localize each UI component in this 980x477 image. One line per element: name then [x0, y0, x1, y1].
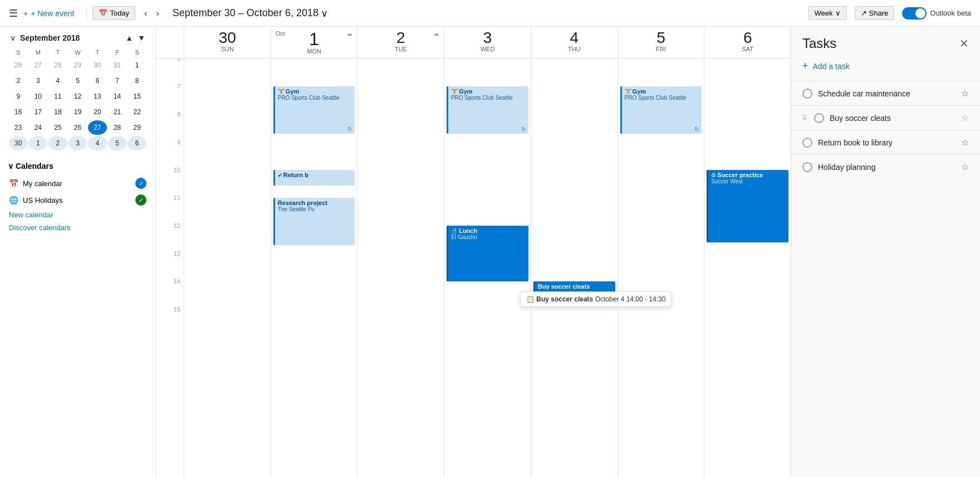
mini-cal-cell[interactable]: 23 [9, 120, 28, 135]
mini-cal-cell[interactable]: 27 [29, 58, 48, 72]
drag-handle-icon[interactable]: ⠿ [802, 114, 807, 122]
event-gym-mon[interactable]: 🏋Gym PRO Sports Club Seattle ↻ [273, 86, 355, 134]
mini-cal-cell[interactable]: 2 [48, 136, 67, 150]
beta-toggle[interactable] [902, 7, 927, 20]
cal-col-thu: Buy soccer cleats 📋 Buy soccer cleats Oc… [531, 59, 618, 477]
mini-cal-down-button[interactable]: ▼ [135, 32, 148, 43]
mini-cal-cell[interactable]: 1 [128, 58, 146, 72]
event-gym-fri-title: Gym [633, 88, 646, 95]
mini-cal-cell[interactable]: 28 [108, 120, 127, 135]
mini-cal-cell[interactable]: 3 [29, 74, 48, 88]
mini-cal-cell[interactable]: 6 [88, 74, 107, 88]
mini-cal-cell[interactable]: 9 [9, 89, 28, 104]
mini-cal-cell[interactable]: 8 [128, 74, 146, 88]
task-star-4[interactable]: ☆ [961, 162, 969, 172]
task-star-3[interactable]: ☆ [961, 137, 969, 148]
week-button[interactable]: Week ∨ [808, 6, 847, 20]
day-name-sun: SUN [184, 46, 271, 52]
event-gym-wed-sub: PRO Sports Club Seattle [451, 95, 526, 101]
task-circle-1[interactable] [802, 89, 812, 99]
mini-cal-grid: S M T W T F S 26 27 28 29 30 [8, 47, 148, 152]
task-circle-3[interactable] [802, 138, 812, 148]
mini-cal-cell[interactable]: 28 [48, 58, 67, 72]
task-item-schedule-car[interactable]: Schedule car maintenance ☆ [791, 81, 980, 105]
mini-cal-cell[interactable]: 29 [68, 58, 87, 72]
mini-cal-cell[interactable]: 16 [9, 105, 28, 119]
mini-cal-collapse-button[interactable]: ∨ [8, 32, 18, 43]
mini-cal-cell[interactable]: 15 [128, 89, 146, 104]
mini-cal-cell[interactable]: 1 [29, 136, 48, 150]
calendars-header[interactable]: ∨ Calendars [8, 162, 148, 171]
mini-cal-cell[interactable]: 2 [9, 74, 28, 88]
mini-cal-cell[interactable]: 25 [48, 120, 67, 135]
time-label-14: 14 [156, 278, 184, 285]
task-star-1[interactable]: ☆ [961, 88, 969, 99]
task-circle-2[interactable] [814, 113, 824, 123]
nav-back-button[interactable]: ‹ [141, 6, 150, 21]
mini-cal-cell[interactable]: 6 [128, 136, 146, 150]
task-item-buy-soccer[interactable]: ⠿ Buy soccer cleats ☆ [791, 105, 980, 130]
event-gym-fri[interactable]: 🏋Gym PRO Sports Club Seattle ↻ [620, 86, 702, 134]
mini-cal-cell[interactable]: 12 [68, 89, 87, 104]
mini-cal-up-button[interactable]: ▲ [123, 32, 135, 43]
event-soccer-practice[interactable]: ⚙Soccer practice Soccer West [707, 170, 788, 242]
new-calendar-link[interactable]: New calendar [8, 208, 148, 221]
mini-cal-cell[interactable]: 17 [29, 105, 48, 119]
calendar-item-my[interactable]: 📅 My calendar ✓ [8, 175, 148, 192]
mini-cal-cell[interactable]: 30 [88, 58, 107, 72]
discover-calendars-link[interactable]: Discover calendars [8, 221, 148, 234]
mini-cal-cell[interactable]: 26 [68, 120, 87, 135]
calendar-area: 30 SUN Oct ☁ 1 MON ☁ 2 TUE 3 WED [156, 27, 791, 477]
event-gym-fri-sub: PRO Sports Club Seattle [625, 95, 699, 101]
mini-cal-cell[interactable]: 26 [9, 58, 28, 72]
mini-cal-cell[interactable]: 31 [108, 58, 127, 72]
mini-cal-cell[interactable]: 13 [88, 89, 107, 104]
mini-cal-cell[interactable]: 3 [68, 136, 87, 150]
mini-cal-cell[interactable]: 5 [68, 74, 87, 88]
mini-cal-cell[interactable]: 21 [108, 105, 127, 119]
mini-cal-cell[interactable]: 10 [29, 89, 48, 104]
new-event-button[interactable]: + + New event [23, 9, 74, 18]
tasks-close-button[interactable]: ✕ [959, 37, 969, 50]
recur-icon-mon: ↻ [347, 126, 352, 132]
mini-cal-cell[interactable]: 7 [108, 74, 127, 88]
event-gym-wed[interactable]: 🏋Gym PRO Sports Club Seattle ↻ [447, 86, 528, 134]
mini-cal-cell[interactable]: 24 [29, 120, 48, 135]
date-range[interactable]: September 30 – October 6, 2018 ∨ [173, 7, 328, 20]
event-lunch[interactable]: 🍴Lunch El Gaucho [447, 226, 528, 281]
day-number-3: 3 [444, 30, 531, 46]
holidays-calendar-label: US Holidays [23, 196, 131, 205]
share-button[interactable]: ↗ Share [855, 6, 895, 20]
cal-day-header-mon: Oct ☁ 1 MON [271, 27, 357, 58]
event-research-project[interactable]: Research project The Seattle Pu [273, 198, 355, 245]
tooltip-icon: 📋 [526, 295, 535, 303]
share-icon: ↗ [861, 9, 867, 17]
mini-cal-today-cell[interactable]: 27 [88, 120, 107, 135]
calendar-item-holidays[interactable]: 🌐 US Holidays ✓ [8, 192, 148, 208]
mini-cal-cell[interactable]: 14 [108, 89, 127, 104]
menu-icon[interactable]: ☰ [9, 7, 18, 20]
mini-cal-cell[interactable]: 4 [48, 74, 67, 88]
event-return-book[interactable]: ✔Return b [273, 170, 355, 186]
calendars-section: ∨ Calendars 📅 My calendar ✓ 🌐 US Holiday… [0, 157, 155, 238]
day-col-sat: S [128, 48, 146, 57]
mini-cal-cell[interactable]: 29 [128, 120, 146, 135]
today-button[interactable]: 📅 Today [92, 6, 135, 20]
mini-cal-cell[interactable]: 20 [88, 105, 107, 119]
task-star-2[interactable]: ☆ [961, 113, 969, 123]
task-item-return-book[interactable]: Return book to library ☆ [791, 130, 980, 154]
task-label-1: Schedule car maintenance [818, 89, 955, 98]
task-circle-4[interactable] [802, 162, 812, 172]
mini-cal-cell[interactable]: 19 [68, 105, 87, 119]
add-task-row[interactable]: + Add a task [791, 56, 980, 81]
mini-cal-cell[interactable]: 5 [108, 136, 127, 150]
mini-cal-cell[interactable]: 18 [48, 105, 67, 119]
mini-cal-cell[interactable]: 30 [9, 136, 28, 150]
nav-forward-button[interactable]: › [153, 6, 162, 21]
mini-cal-cell[interactable]: 22 [128, 105, 146, 119]
task-item-holiday[interactable]: Holiday planning ☆ [791, 154, 980, 179]
mini-cal-cell[interactable]: 11 [48, 89, 67, 104]
mini-cal-cell[interactable]: 4 [88, 136, 107, 150]
time-12: 12 [156, 226, 184, 254]
tasks-title: Tasks [802, 36, 959, 51]
